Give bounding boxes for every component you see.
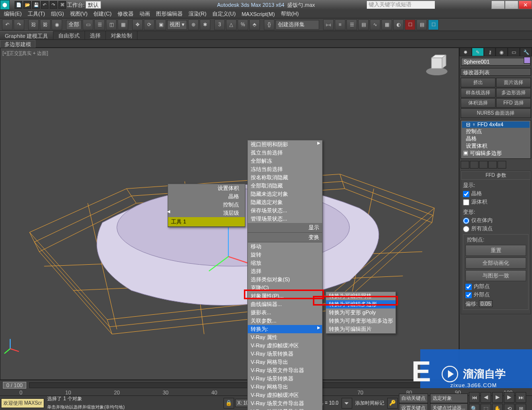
ctx-clone[interactable]: 克隆(C) bbox=[248, 284, 322, 292]
ctx-select[interactable]: 选择 bbox=[248, 267, 322, 275]
tab-create-icon[interactable]: ✹ bbox=[460, 48, 472, 56]
stack-cp[interactable]: 控制点 bbox=[462, 128, 530, 135]
ctx-unhidebyname[interactable]: 按名称取消隐藏 bbox=[248, 173, 322, 182]
qm-lattice[interactable]: 晶格 bbox=[168, 192, 245, 201]
setkey-button[interactable]: 设置关键点 bbox=[399, 403, 428, 410]
menu-modifiers[interactable]: 修改器 bbox=[118, 10, 134, 17]
stack-setvol[interactable]: 设置体积 bbox=[462, 142, 530, 150]
max-toggle-icon[interactable]: ⊞ bbox=[515, 404, 526, 410]
time-tag-icon[interactable]: ⏷ bbox=[342, 398, 352, 409]
ctx-wireparam[interactable]: 关联参数... bbox=[248, 317, 322, 325]
layers-button[interactable]: ☰ bbox=[346, 19, 357, 30]
close-button[interactable]: ✕ bbox=[518, 0, 532, 9]
menu-create[interactable]: 创建(C) bbox=[93, 10, 111, 17]
render-button[interactable]: ☐ bbox=[428, 19, 439, 30]
menu-customize[interactable]: 自定义(U) bbox=[212, 10, 236, 17]
pan-icon[interactable]: ✋ bbox=[492, 404, 503, 410]
ctx-props[interactable]: 对象属性(P)... bbox=[248, 292, 322, 300]
ref-coord[interactable]: 视图 ▾ bbox=[167, 20, 187, 30]
ctx-hidesel[interactable]: 隐藏选定对象 bbox=[248, 198, 322, 206]
ctx-vraysconv2[interactable]: V-Ray 场景转换器 bbox=[248, 375, 322, 383]
menu-edit[interactable]: 编辑(E) bbox=[4, 10, 22, 17]
tab-motion-icon[interactable]: ◉ bbox=[496, 48, 508, 56]
ctx-isolate[interactable]: 孤立当前选择 bbox=[248, 149, 322, 157]
menu-views[interactable]: 视图(V) bbox=[70, 10, 88, 17]
object-name-field[interactable]: Sphere001 bbox=[461, 58, 531, 66]
ctx-vrayvfb2[interactable]: V-Ray 虚拟帧缓冲区 bbox=[248, 391, 322, 399]
autokey-button[interactable]: 自动关键点 bbox=[399, 393, 428, 403]
select-region-button[interactable]: ◫ bbox=[106, 19, 117, 30]
tab-paint[interactable]: 对象绘制 bbox=[106, 31, 137, 39]
link-icon[interactable]: ⌘ bbox=[58, 1, 66, 9]
key-icon[interactable]: 🔑 bbox=[387, 398, 398, 409]
ctx-vrayscene[interactable]: V-Ray 场景文件导出器 bbox=[248, 366, 322, 375]
undo-button[interactable]: ↶ bbox=[2, 19, 13, 30]
modifier-stack[interactable]: ⊟ ♀ FFD 4x4x4 控制点 晶格 设置体积 ▣ 可编辑多边形 bbox=[461, 120, 531, 159]
modifier-list[interactable]: 修改器列表 bbox=[461, 68, 531, 76]
ctx-dopesheet[interactable]: 摄影表... bbox=[248, 308, 322, 317]
ctx-convertto[interactable]: 转换为: bbox=[248, 325, 322, 333]
named-sel-button[interactable]: {} bbox=[264, 19, 275, 30]
search-input[interactable]: 键入关键字或短语 bbox=[367, 1, 435, 9]
redo-icon[interactable]: ↷ bbox=[50, 1, 57, 9]
manipulate-button[interactable]: ✱ bbox=[200, 19, 210, 30]
curve-editor-button[interactable]: ∿ bbox=[370, 19, 380, 30]
sub-emesh[interactable]: 转换为可编辑网格 bbox=[326, 292, 395, 300]
tab-display-icon[interactable]: ▭ bbox=[508, 48, 520, 56]
window-crossing-button[interactable]: ▦ bbox=[118, 19, 128, 30]
btn-volsel[interactable]: 体积选择 bbox=[461, 98, 496, 108]
stack-epoly[interactable]: ▣ 可编辑多边形 bbox=[462, 150, 530, 157]
btn-polysel[interactable]: 多边形选择 bbox=[496, 88, 531, 98]
rotate-button[interactable]: ⟳ bbox=[144, 19, 154, 30]
undo-icon[interactable]: ↶ bbox=[41, 1, 49, 9]
spinner-snap-button[interactable]: ⬘ bbox=[249, 19, 260, 30]
tab-freeform[interactable]: 自由形式 bbox=[53, 31, 85, 39]
btn-ffdsel[interactable]: FFD 选择 bbox=[496, 98, 531, 108]
schematic-button[interactable]: ▦ bbox=[381, 19, 392, 30]
ctx-vraymesh[interactable]: V-Ray 网格导出 bbox=[248, 358, 322, 366]
select-name-button[interactable]: ☰ bbox=[94, 19, 105, 30]
sub-epatch[interactable]: 转换为可编辑面片 bbox=[326, 325, 395, 333]
ctx-freezesel[interactable]: 冻结当前选择 bbox=[248, 165, 322, 173]
play-end-icon[interactable]: ⏭ bbox=[515, 392, 526, 403]
ctx-scale[interactable]: 缩放 bbox=[248, 259, 322, 267]
btn-nurbssel[interactable]: NURBS 曲面选择 bbox=[461, 108, 531, 118]
show-end-icon[interactable] bbox=[470, 161, 479, 169]
workspace-combo[interactable]: 默认 bbox=[86, 1, 101, 9]
keyfilter-button[interactable]: 关键点过滤器... bbox=[430, 403, 468, 410]
cb-lattice[interactable]: 晶格 bbox=[463, 190, 529, 197]
qm-setvol[interactable]: 设置体积 bbox=[168, 184, 245, 192]
ctx-savestate[interactable]: 保存场景状态... bbox=[248, 206, 322, 215]
btn-extrude[interactable]: 挤出 bbox=[461, 78, 496, 87]
add-time-tag[interactable]: 添加时间标记 bbox=[353, 399, 386, 408]
rb-all[interactable]: 所有顶点 bbox=[463, 225, 529, 232]
stack-ffd[interactable]: ⊟ ♀ FFD 4x4x4 bbox=[462, 121, 530, 128]
ctx-hideunsel[interactable]: 隐藏未选定对象 bbox=[248, 190, 322, 198]
open-icon[interactable]: 📂 bbox=[23, 1, 31, 9]
ctx-curveed[interactable]: 曲线编辑器... bbox=[248, 300, 322, 308]
sub-epoly[interactable]: 转换为可编辑多边形 bbox=[326, 300, 395, 308]
render-setup-button[interactable]: ☐ bbox=[405, 19, 415, 30]
new-icon[interactable]: 📄 bbox=[15, 1, 22, 9]
btn-anim[interactable]: 全部动画化 bbox=[465, 257, 526, 269]
angle-snap-button[interactable]: △ bbox=[226, 19, 237, 30]
maximize-button[interactable]: ☐ bbox=[505, 0, 518, 9]
ctx-selsim[interactable]: 选择类似对象(S) bbox=[248, 275, 322, 284]
orbit-icon[interactable]: ⟲ bbox=[504, 404, 515, 410]
menu-animation[interactable]: 动画 bbox=[139, 10, 150, 17]
ctx-vrayscenef[interactable]: V-Ray 场景文件导出器 bbox=[248, 399, 322, 408]
scale-button[interactable]: ▣ bbox=[155, 19, 166, 30]
menu-maxscript[interactable]: MAXScript(M) bbox=[241, 11, 275, 17]
unlink-button[interactable]: ⛓̸ bbox=[40, 19, 51, 30]
tab-utilities-icon[interactable]: 🔧 bbox=[520, 48, 532, 56]
menu-group[interactable]: 组(G) bbox=[51, 10, 64, 17]
stack-lattice[interactable]: 晶格 bbox=[462, 135, 530, 142]
tab-hierarchy-icon[interactable]: ⚷ bbox=[484, 48, 496, 56]
btn-reset[interactable]: 重置 bbox=[465, 245, 526, 256]
ctx-rotate[interactable]: 旋转 bbox=[248, 251, 322, 259]
redo-button[interactable]: ↷ bbox=[14, 19, 24, 30]
ctx-vraymesh2[interactable]: V-Ray 网格导出 bbox=[248, 383, 322, 391]
move-button[interactable]: ✥ bbox=[132, 19, 143, 30]
ctx-managestate[interactable]: 管理场景状态... bbox=[248, 215, 322, 223]
play-icon[interactable]: ▶ bbox=[492, 392, 503, 403]
